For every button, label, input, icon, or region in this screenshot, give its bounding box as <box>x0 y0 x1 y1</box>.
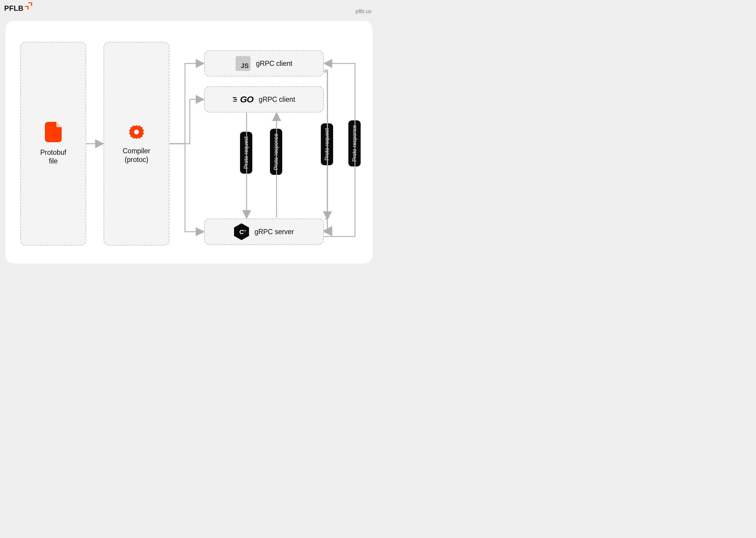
svg-text:++: ++ <box>243 229 247 232</box>
brand-url: pflb.us <box>356 8 372 15</box>
brand-logo: PFLB <box>4 4 32 13</box>
node-server: C ++ gRPC server <box>204 219 324 245</box>
edge-label-proto-request-2: Proto request <box>321 123 333 165</box>
edge-label-proto-request-1: Proto request <box>240 132 252 174</box>
diagram-canvas: Protobuf file Compiler (protoc) JS gRPC … <box>5 21 373 263</box>
node-protobuf-file: Protobuf file <box>20 42 86 245</box>
node-label: Protobuf file <box>40 148 67 166</box>
node-go-client: GO gRPC client <box>204 86 324 113</box>
gear-icon <box>128 123 145 141</box>
node-label: gRPC client <box>256 59 292 68</box>
file-icon <box>45 122 62 142</box>
svg-point-0 <box>134 130 139 134</box>
edge-label-proto-response-2: Proto response <box>348 120 361 166</box>
node-label: gRPC server <box>254 228 294 236</box>
js-icon: JS <box>235 56 250 71</box>
node-compiler: Compiler (protoc) <box>104 42 170 245</box>
node-js-client: JS gRPC client <box>204 50 324 77</box>
node-label: Compiler (protoc) <box>123 147 150 164</box>
node-label: gRPC client <box>259 95 295 104</box>
brand-mark-icon <box>24 2 32 10</box>
cpp-icon: C ++ <box>234 223 249 240</box>
brand-name: PFLB <box>4 4 24 13</box>
edge-label-proto-response-1: Proto response <box>270 129 282 175</box>
go-icon: GO <box>233 94 254 104</box>
